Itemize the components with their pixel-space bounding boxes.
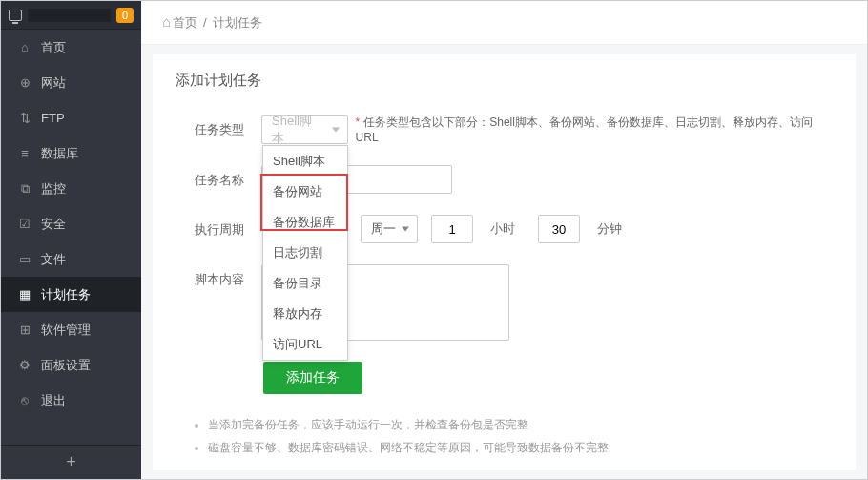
sidebar-item-label: FTP <box>41 111 65 125</box>
task-type-hint-text: 任务类型包含以下部分：Shell脚本、备份网站、备份数据库、日志切割、释放内存、… <box>356 115 813 144</box>
period-day-value: 周一 <box>371 220 396 238</box>
apps-icon: ⊞ <box>18 323 31 337</box>
calendar-icon: ▦ <box>18 287 31 302</box>
chevron-down-icon <box>332 127 340 132</box>
sidebar-item-security[interactable]: ☑ 安全 <box>1 206 141 241</box>
dropdown-item-visit-url[interactable]: 访问URL <box>263 329 347 360</box>
chart-icon: ⧉ <box>18 181 31 197</box>
label-period: 执行周期 <box>176 215 261 239</box>
sidebar-item-files[interactable]: ▭ 文件 <box>1 241 141 277</box>
sidebar-item-label: 计划任务 <box>41 286 91 303</box>
dropdown-item-backup-dir[interactable]: 备份目录 <box>263 268 347 299</box>
sidebar-item-label: 网站 <box>41 74 66 92</box>
plus-icon: + <box>66 452 76 472</box>
task-type-hint: *任务类型包含以下部分：Shell脚本、备份网站、备份数据库、日志切割、释放内存… <box>356 115 833 144</box>
sidebar-item-label: 面板设置 <box>41 357 91 374</box>
period-minute-input[interactable] <box>538 215 580 243</box>
chevron-down-icon <box>402 227 409 232</box>
period-day-select[interactable]: 周一 <box>361 215 418 243</box>
dropdown-item-log-cut[interactable]: 日志切割 <box>263 238 347 268</box>
sidebar-item-monitor[interactable]: ⧉ 监控 <box>1 171 141 206</box>
minute-unit: 分钟 <box>597 220 622 238</box>
exit-icon: ⎋ <box>18 393 31 407</box>
tip-item: 当添加完备份任务，应该手动运行一次，并检查备份包是否完整 <box>208 413 833 436</box>
required-star-icon: * <box>356 115 361 129</box>
sidebar-item-software[interactable]: ⊞ 软件管理 <box>1 312 141 347</box>
notification-badge[interactable]: 0 <box>116 8 134 23</box>
tip-item: 磁盘容量不够、数据库密码错误、网络不稳定等原因，可能导致数据备份不完整 <box>208 436 833 459</box>
sidebar-nav: ⌂ 首页 ⊕ 网站 ⇅ FTP ≡ 数据库 ⧉ 监控 ☑ 安全 <box>1 30 141 445</box>
gear-icon: ⚙ <box>18 358 31 372</box>
home-icon: ⌂ <box>18 40 31 54</box>
sidebar-item-label: 监控 <box>41 180 66 198</box>
submit-row: 添加任务 <box>263 362 833 394</box>
home-icon <box>162 15 173 30</box>
page-title: 添加计划任务 <box>176 72 833 90</box>
sidebar-item-site[interactable]: ⊕ 网站 <box>1 65 141 100</box>
dropdown-item-backup-site[interactable]: 备份网站 <box>263 177 347 207</box>
database-icon: ≡ <box>18 146 31 160</box>
sidebar-item-logout[interactable]: ⎋ 退出 <box>1 383 141 418</box>
main-content: 首页 / 计划任务 添加计划任务 任务类型 Shell脚本 Shell脚本 备份… <box>141 1 867 479</box>
ftp-icon: ⇅ <box>18 111 31 125</box>
sidebar-item-database[interactable]: ≡ 数据库 <box>1 136 141 171</box>
dropdown-item-backup-db[interactable]: 备份数据库 <box>263 207 347 238</box>
ip-display <box>28 9 111 22</box>
sidebar-item-home[interactable]: ⌂ 首页 <box>1 30 141 65</box>
sidebar-item-label: 软件管理 <box>41 322 91 339</box>
row-task-type: 任务类型 Shell脚本 Shell脚本 备份网站 备份数据库 日志切割 备份目… <box>176 115 833 144</box>
breadcrumb-home-label: 首页 <box>173 15 197 30</box>
globe-icon: ⊕ <box>18 75 31 90</box>
add-task-button[interactable]: 添加任务 <box>263 362 362 394</box>
tips-list: 当添加完备份任务，应该手动运行一次，并检查备份包是否完整 磁盘容量不够、数据库密… <box>176 413 833 459</box>
shield-icon: ☑ <box>18 217 31 231</box>
folder-icon: ▭ <box>18 252 31 266</box>
period-hour-input[interactable] <box>431 215 473 243</box>
task-type-select[interactable]: Shell脚本 Shell脚本 备份网站 备份数据库 日志切割 备份目录 释放内… <box>261 115 348 144</box>
monitor-icon <box>9 10 22 21</box>
panel: 添加计划任务 任务类型 Shell脚本 Shell脚本 备份网站 备份数据库 日… <box>153 54 856 470</box>
sidebar-item-label: 退出 <box>41 392 66 409</box>
sidebar-item-ftp[interactable]: ⇅ FTP <box>1 100 141 136</box>
label-task-type: 任务类型 <box>176 115 261 138</box>
task-type-value: Shell脚本 <box>272 113 324 147</box>
sidebar-item-label: 文件 <box>41 251 66 268</box>
label-script: 脚本内容 <box>176 264 261 288</box>
dropdown-item-shell[interactable]: Shell脚本 <box>263 146 347 177</box>
hour-unit: 小时 <box>490 220 515 238</box>
home-breadcrumb[interactable]: 首页 <box>162 13 197 31</box>
sidebar-item-cron[interactable]: ▦ 计划任务 <box>1 277 141 312</box>
breadcrumb: 首页 / 计划任务 <box>141 1 867 45</box>
dropdown-item-free-mem[interactable]: 释放内存 <box>263 299 347 329</box>
label-task-name: 任务名称 <box>176 165 261 189</box>
sidebar-item-label: 首页 <box>41 39 66 56</box>
sidebar-add-button[interactable]: + <box>1 445 141 479</box>
task-type-dropdown: Shell脚本 备份网站 备份数据库 日志切割 备份目录 释放内存 访问URL <box>262 145 348 361</box>
sidebar-item-label: 安全 <box>41 216 66 233</box>
breadcrumb-sep: / <box>203 15 207 30</box>
sidebar-item-settings[interactable]: ⚙ 面板设置 <box>1 347 141 383</box>
sidebar: 0 ⌂ 首页 ⊕ 网站 ⇅ FTP ≡ 数据库 ⧉ 监控 <box>1 1 141 479</box>
breadcrumb-current: 计划任务 <box>213 14 262 31</box>
sidebar-item-label: 数据库 <box>41 145 78 162</box>
sidebar-header: 0 <box>1 1 141 30</box>
